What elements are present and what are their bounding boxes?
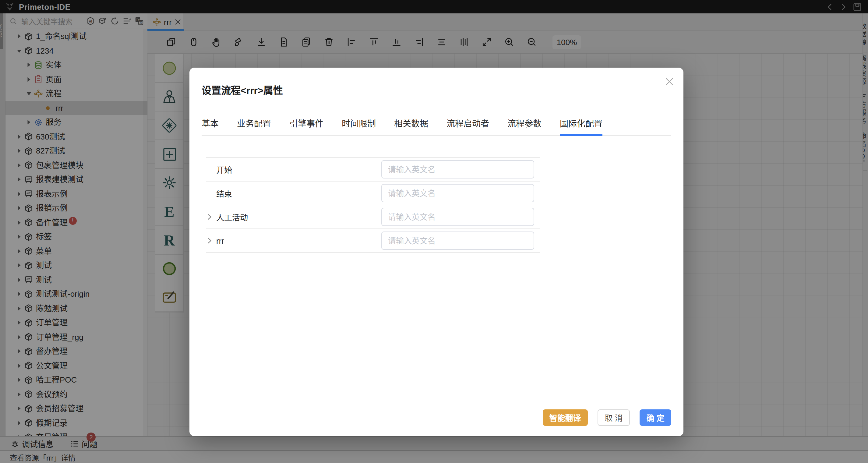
cancel-button[interactable]: 取 消: [597, 409, 630, 426]
english-name-input[interactable]: [381, 184, 534, 202]
dialog-tabs: 基本业务配置引擎事件时间限制相关数据流程启动者流程参数国际化配置: [202, 119, 671, 136]
i18n-table: 开始结束人工活动rrr: [206, 157, 540, 253]
smart-translate-button[interactable]: 智能翻译: [542, 409, 588, 426]
row-label: 人工活动: [216, 211, 248, 223]
i18n-row-rrr: rrr: [206, 229, 540, 253]
close-icon[interactable]: [664, 77, 674, 87]
english-name-input[interactable]: [381, 232, 534, 250]
expand-right-icon[interactable]: [206, 237, 213, 244]
row-label: 开始: [216, 163, 232, 175]
expand-right-icon[interactable]: [206, 214, 213, 220]
dialog-tab-流程参数[interactable]: 流程参数: [507, 119, 541, 135]
app-window: Primeton-IDE 资源 输入关键字搜索 AIEn文 1_命名sql测试1…: [0, 0, 868, 463]
i18n-row-开始: 开始: [206, 158, 540, 182]
confirm-button[interactable]: 确 定: [640, 409, 671, 426]
dialog-footer: 智能翻译 取 消 确 定: [542, 409, 671, 426]
dialog-tab-流程启动者[interactable]: 流程启动者: [446, 119, 489, 135]
row-label: rrr: [216, 236, 224, 245]
dialog-tab-引擎事件[interactable]: 引擎事件: [289, 119, 323, 135]
i18n-row-人工活动: 人工活动: [206, 205, 540, 229]
english-name-input[interactable]: [381, 160, 534, 179]
dialog-tab-业务配置[interactable]: 业务配置: [237, 119, 271, 135]
dialog-tab-国际化配置[interactable]: 国际化配置: [560, 119, 602, 135]
dialog-title: 设置流程<rrr>属性: [202, 82, 283, 97]
english-name-input[interactable]: [381, 208, 534, 226]
row-label: 结束: [216, 187, 232, 199]
i18n-row-结束: 结束: [206, 182, 540, 205]
dialog-tab-基本[interactable]: 基本: [202, 119, 219, 135]
dialog-tab-时间限制[interactable]: 时间限制: [342, 119, 376, 135]
dialog-tab-相关数据[interactable]: 相关数据: [394, 119, 428, 135]
process-properties-dialog: 设置流程<rrr>属性 基本业务配置引擎事件时间限制相关数据流程启动者流程参数国…: [189, 68, 683, 436]
